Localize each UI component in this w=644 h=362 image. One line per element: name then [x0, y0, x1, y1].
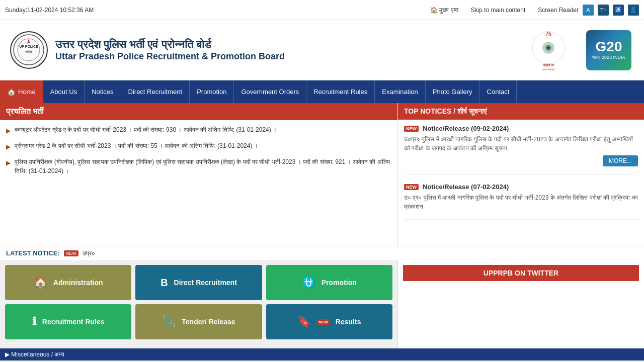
- nav-direct-recruitment[interactable]: Direct Recruitment: [121, 80, 190, 103]
- notice-body-2[interactable]: उ० प्र० पुलिस में आरक्षी नागरिक पुलिस के…: [404, 193, 638, 211]
- administration-label: Administration: [53, 279, 103, 287]
- nav-examination[interactable]: Examination: [375, 80, 426, 103]
- new-badge-2: NEW: [404, 184, 419, 190]
- g20-badge: G20 भारत 2023 INDIA: [584, 28, 634, 73]
- twitter-header: UPPRPB ON TWITTER: [403, 265, 639, 281]
- home-nav-icon: 🏠: [7, 88, 16, 96]
- tender-release-icon: 📎: [162, 315, 176, 328]
- recruitment-rules-label: Recruitment Rules: [42, 318, 105, 326]
- main-content: प्रचलित भर्ती ▶ कम्प्यूटर ऑपरेटर ग्रेड-ए…: [0, 103, 644, 246]
- notice-date-row-1: NEW Notice/Release (09-02-2024): [404, 125, 638, 132]
- results-new-badge: NEW: [317, 319, 330, 325]
- tile-tender-release[interactable]: 📎 Tender/ Release: [135, 304, 262, 339]
- screen-reader-link[interactable]: Screen Reader: [538, 7, 579, 14]
- site-title: उत्तर प्रदेश पुलिस भर्ती एवं प्रोन्नति ब…: [55, 38, 285, 62]
- azadi-badge: आज़ादी का अमृत महोत्सव 75: [523, 28, 574, 73]
- top-bar-right: 🏠 मुख्य पृष्ठ Skip to main content Scree…: [430, 5, 639, 16]
- tile-results[interactable]: 🔖 NEW Results: [266, 304, 392, 339]
- svg-text:UP POLICE: UP POLICE: [19, 45, 38, 48]
- contrast-icon[interactable]: A: [583, 5, 594, 16]
- site-header: UP POLICE भर्ती बोर्ड उत्तर प्रदेश पुलिस…: [0, 20, 644, 80]
- news-item-1: ▶ कम्प्यूटर ऑपरेटर ग्रेड-ए के पदों पर सी…: [6, 125, 391, 135]
- arrow-icon-2: ▶: [6, 142, 11, 151]
- svg-point-8: [547, 47, 549, 49]
- results-icon: 🔖: [297, 315, 311, 328]
- twitter-content: [403, 281, 639, 331]
- divider-2: [531, 6, 532, 14]
- tile-recruitment-rules[interactable]: ℹ Recruitment Rules: [5, 304, 131, 339]
- news-item-2: ▶ प्रोग्रामर ग्रेड-2 के पदों पर सीधी भर्…: [6, 141, 391, 151]
- svg-text:भर्ती बोर्ड: भर्ती बोर्ड: [25, 50, 33, 53]
- latest-notice-label: LATEST NOTICE:: [6, 249, 60, 257]
- tile-promotion[interactable]: ⛎ Promotion: [266, 265, 392, 300]
- administration-icon: 🏠: [34, 276, 47, 289]
- notice-date-row-2: NEW Notice/Release (07-02-2024): [404, 183, 638, 191]
- promotion-icon: ⛎: [302, 276, 315, 289]
- news-item-3: ▶ पुलिस उपनिरीक्षक (गोपनीय), पुलिस सहायक…: [6, 157, 391, 175]
- header-badges: आज़ादी का अमृत महोत्सव 75 G20 भारत 2023 …: [523, 28, 634, 73]
- home-link[interactable]: 🏠 मुख्य पृष्ठ: [430, 7, 458, 14]
- latest-notice-bar: LATEST NOTICE: NEW उप्र०: [0, 246, 644, 260]
- news-text-1[interactable]: कम्प्यूटर ऑपरेटर ग्रेड-ए के पदों पर सीधी…: [15, 125, 277, 135]
- admin-icon[interactable]: 👤: [628, 5, 639, 16]
- tiles-area: 🏠 Administration B Direct Recruitment ⛎ …: [0, 260, 644, 348]
- misc-label: ▶ Miscellaneous / अन्य: [5, 351, 64, 358]
- latest-notice-text[interactable]: उप्र०: [83, 250, 95, 257]
- nav-home[interactable]: 🏠 Home: [0, 80, 43, 103]
- tiles-grid: 🏠 Administration B Direct Recruitment ⛎ …: [0, 260, 397, 348]
- direct-recruitment-icon: B: [160, 277, 168, 289]
- misc-bar[interactable]: ▶ Miscellaneous / अन्य: [0, 348, 644, 360]
- notices-header: TOP NOTICES / शीर्ष सूचनाएं: [398, 103, 644, 120]
- font-size-icon[interactable]: T+: [598, 5, 609, 16]
- accessibility-icon[interactable]: ♿: [613, 5, 624, 16]
- site-logo: UP POLICE भर्ती बोर्ड: [10, 31, 48, 69]
- notices-panel: TOP NOTICES / शीर्ष सूचनाएं NEW Notice/R…: [397, 103, 644, 246]
- arrow-icon-1: ▶: [6, 126, 11, 135]
- header-logo-area: UP POLICE भर्ती बोर्ड उत्तर प्रदेश पुलिस…: [10, 31, 285, 69]
- results-label: Results: [336, 318, 361, 326]
- notice-title-2[interactable]: Notice/Release (07-02-2024): [423, 183, 509, 191]
- nav-contact[interactable]: Contact: [480, 80, 517, 103]
- tile-direct-recruitment[interactable]: B Direct Recruitment: [135, 265, 262, 300]
- direct-recruitment-label: Direct Recruitment: [174, 279, 237, 287]
- tile-administration[interactable]: 🏠 Administration: [5, 265, 131, 300]
- recruitment-rules-icon: ℹ: [32, 315, 36, 328]
- svg-marker-4: [27, 39, 30, 44]
- top-bar: Sunday:11-02-2024 10:52:36 AM 🏠 मुख्य पृ…: [0, 0, 644, 20]
- arrow-icon-3: ▶: [6, 158, 11, 175]
- notice-item-2: NEW Notice/Release (07-02-2024) उ० प्र० …: [404, 183, 638, 220]
- latest-new-badge: NEW: [64, 250, 78, 256]
- divider-1: [464, 6, 465, 14]
- notices-content: NEW Notice/Release (09-02-2024) उ०प्र० प…: [398, 120, 644, 233]
- pravrit-header: प्रचलित भर्ती: [0, 103, 397, 120]
- main-nav: 🏠 Home About Us Notices Direct Recruitme…: [0, 80, 644, 103]
- tender-release-label: Tender/ Release: [182, 318, 235, 326]
- nav-recruitment-rules[interactable]: Recruitment Rules: [306, 80, 375, 103]
- news-text-2[interactable]: प्रोग्रामर ग्रेड-2 के पदों पर सीधी भर्ती…: [15, 141, 258, 151]
- notice-title-1[interactable]: Notice/Release (09-02-2024): [423, 125, 509, 132]
- nav-promotion[interactable]: Promotion: [190, 80, 234, 103]
- twitter-panel: UPPRPB ON TWITTER: [397, 260, 644, 348]
- more-button-1[interactable]: MORE...: [603, 155, 638, 166]
- nav-notices[interactable]: Notices: [85, 80, 121, 103]
- datetime: Sunday:11-02-2024 10:52:36 AM: [5, 7, 94, 14]
- news-text-3[interactable]: पुलिस उपनिरीक्षक (गोपनीय), पुलिस सहायक उ…: [15, 157, 391, 175]
- notice-body-1[interactable]: उ०प्र० पुलिस में आरक्षी नागरिक पुलिस के …: [404, 135, 638, 153]
- nav-photo-gallery[interactable]: Photo Gallery: [426, 80, 480, 103]
- pravrit-panel: प्रचलित भर्ती ▶ कम्प्यूटर ऑपरेटर ग्रेड-ए…: [0, 103, 397, 246]
- notice-item-1: NEW Notice/Release (09-02-2024) उ०प्र० प…: [404, 125, 638, 175]
- svg-text:अमृत महोत्सव: अमृत महोत्सव: [542, 68, 555, 70]
- nav-government-orders[interactable]: Government Orders: [234, 80, 306, 103]
- new-badge-1: NEW: [404, 126, 419, 132]
- skip-main-content[interactable]: Skip to main content: [471, 7, 526, 14]
- pravrit-content: ▶ कम्प्यूटर ऑपरेटर ग्रेड-ए के पदों पर सी…: [0, 120, 397, 246]
- nav-about[interactable]: About Us: [43, 80, 85, 103]
- svg-text:आज़ादी का: आज़ादी का: [543, 63, 554, 67]
- promotion-label: Promotion: [321, 279, 357, 287]
